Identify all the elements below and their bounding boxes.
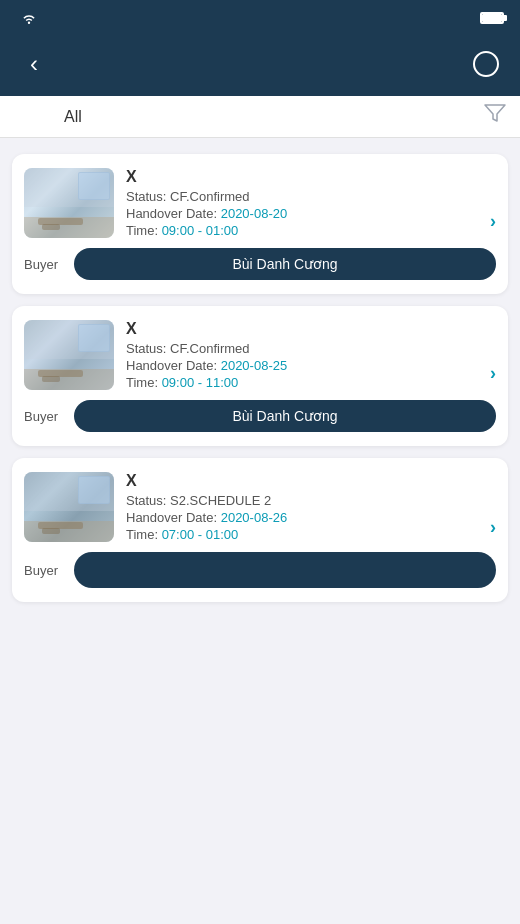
- apartment-image-3: [24, 472, 114, 542]
- apartment-card-2[interactable]: X Status: CF.Confirmed Handover Date: 20…: [12, 306, 508, 446]
- back-icon: ‹: [30, 50, 38, 78]
- back-button[interactable]: ‹: [16, 46, 52, 82]
- card-main-3: X Status: S2.SCHEDULE 2 Handover Date: 2…: [24, 472, 496, 542]
- carrier-info: [16, 12, 37, 24]
- apartment-card-3[interactable]: X Status: S2.SCHEDULE 2 Handover Date: 2…: [12, 458, 508, 602]
- buyer-row-2: Buyer Bùi Danh Cương: [24, 400, 496, 432]
- battery-area: [480, 12, 504, 24]
- buyer-label-3: Buyer: [24, 563, 64, 578]
- info-icon: [473, 51, 499, 77]
- apt-name-2: X: [126, 320, 496, 338]
- info-button[interactable]: [468, 46, 504, 82]
- apartment-image-2: [24, 320, 114, 390]
- card-info-3: X Status: S2.SCHEDULE 2 Handover Date: 2…: [126, 472, 496, 542]
- apt-handover-1: Handover Date: 2020-08-20: [126, 206, 496, 221]
- apt-time-1: Time: 09:00 - 01:00: [126, 223, 496, 238]
- nav-bar: ‹: [0, 36, 520, 96]
- chevron-right-icon-1: ›: [490, 211, 496, 232]
- card-main-1: X Status: CF.Confirmed Handover Date: 20…: [24, 168, 496, 238]
- apt-handover-2: Handover Date: 2020-08-25: [126, 358, 496, 373]
- buyer-row-1: Buyer Bùi Danh Cương: [24, 248, 496, 280]
- battery-icon: [480, 12, 504, 24]
- apt-status-3: Status: S2.SCHEDULE 2: [126, 493, 496, 508]
- buyer-row-3: Buyer: [24, 552, 496, 588]
- filter-input[interactable]: [64, 108, 474, 126]
- wifi-icon: [21, 12, 37, 24]
- apartment-list: X Status: CF.Confirmed Handover Date: 20…: [0, 138, 520, 618]
- apt-status-1: Status: CF.Confirmed: [126, 189, 496, 204]
- apt-name-3: X: [126, 472, 496, 490]
- apt-handover-3: Handover Date: 2020-08-26: [126, 510, 496, 525]
- status-bar: [0, 0, 520, 36]
- apartment-card-1[interactable]: X Status: CF.Confirmed Handover Date: 20…: [12, 154, 508, 294]
- apt-time-2: Time: 09:00 - 11:00: [126, 375, 496, 390]
- filter-icon[interactable]: [484, 104, 506, 129]
- buyer-label-1: Buyer: [24, 257, 64, 272]
- card-main-2: X Status: CF.Confirmed Handover Date: 20…: [24, 320, 496, 390]
- buyer-button-2[interactable]: Bùi Danh Cương: [74, 400, 496, 432]
- card-info-2: X Status: CF.Confirmed Handover Date: 20…: [126, 320, 496, 390]
- filter-bar: [0, 96, 520, 138]
- apartment-image-1: [24, 168, 114, 238]
- chevron-right-icon-3: ›: [490, 517, 496, 538]
- apt-time-3: Time: 07:00 - 01:00: [126, 527, 496, 542]
- buyer-empty-3: [74, 552, 496, 588]
- apt-status-2: Status: CF.Confirmed: [126, 341, 496, 356]
- buyer-button-1[interactable]: Bùi Danh Cương: [74, 248, 496, 280]
- buyer-label-2: Buyer: [24, 409, 64, 424]
- card-info-1: X Status: CF.Confirmed Handover Date: 20…: [126, 168, 496, 238]
- apt-name-1: X: [126, 168, 496, 186]
- chevron-right-icon-2: ›: [490, 363, 496, 384]
